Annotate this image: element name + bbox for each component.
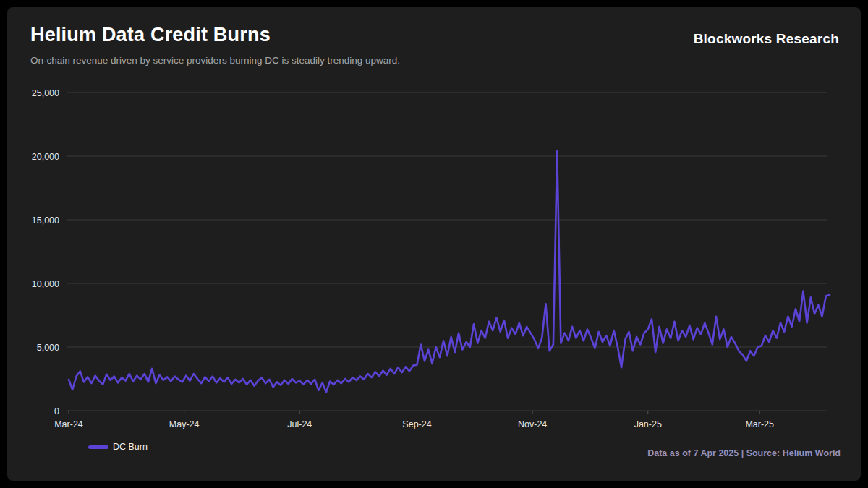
x-axis-label: Sep-24 (402, 419, 431, 429)
dc-burn-line-chart: 05,00010,00015,00020,00025,000Mar-24May-… (7, 7, 861, 481)
x-axis-label: Jul-24 (287, 419, 312, 429)
y-axis-label: 15,000 (32, 215, 59, 226)
x-axis-label: May-24 (169, 419, 200, 429)
y-axis-label: 10,000 (32, 279, 59, 289)
chart-card: Helium Data Credit Burns On-chain revenu… (7, 7, 861, 481)
y-axis-label: 5,000 (37, 343, 59, 353)
line-swatch-icon (88, 445, 109, 449)
y-axis-label: 20,000 (32, 152, 59, 162)
legend: DC Burn (88, 441, 148, 453)
x-axis-label: Nov-24 (518, 419, 547, 429)
legend-label: DC Burn (113, 442, 148, 452)
y-axis-label: 25,000 (32, 88, 59, 98)
x-axis-label: Jan-25 (634, 419, 662, 429)
x-axis-label: Mar-24 (54, 419, 83, 429)
dc-burn-line (69, 151, 830, 393)
footer-note: Data as of 7 Apr 2025 | Source: Helium W… (647, 448, 841, 458)
y-axis-label: 0 (54, 406, 59, 416)
x-axis-label: Mar-25 (745, 419, 774, 429)
